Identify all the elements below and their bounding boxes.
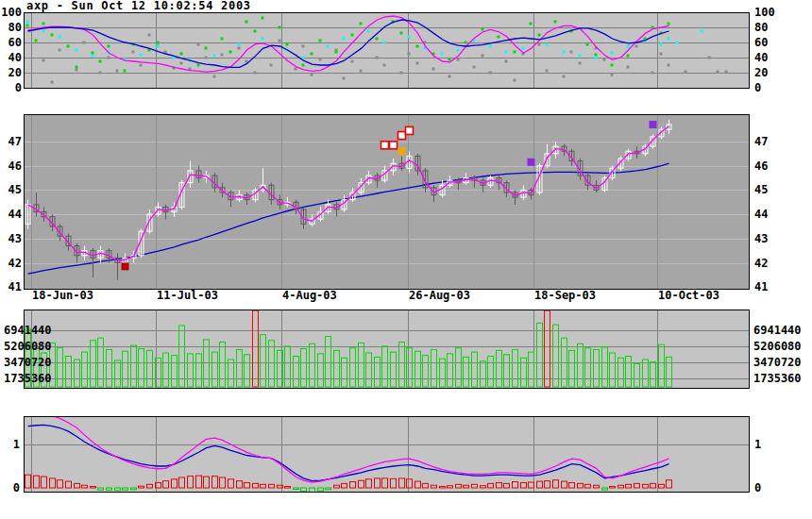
cyan-dot bbox=[92, 55, 94, 58]
hollow-signal-marker bbox=[381, 142, 389, 149]
green-dot bbox=[514, 51, 516, 54]
oscillator-plot-area bbox=[24, 12, 749, 88]
volume-ytick-right: 1735360 bbox=[753, 372, 802, 385]
date-label: 11-Jul-03 bbox=[157, 289, 218, 302]
hollow-signal-marker bbox=[390, 142, 398, 149]
gray-dot bbox=[76, 69, 78, 72]
gray-dot bbox=[302, 45, 305, 48]
gray-dot bbox=[279, 40, 281, 42]
volume-ytick-left: 1735360 bbox=[4, 372, 52, 385]
green-dot bbox=[229, 51, 232, 54]
price-ytick-left: 42 bbox=[8, 257, 22, 270]
cyan-dot bbox=[26, 21, 29, 24]
cyan-dot bbox=[546, 43, 549, 46]
green-dot bbox=[482, 28, 484, 31]
price-ytick-left: 41 bbox=[8, 280, 22, 293]
green-dot bbox=[400, 32, 403, 35]
green-dot bbox=[611, 64, 614, 67]
green-dot bbox=[416, 45, 419, 48]
green-dot bbox=[586, 43, 589, 46]
price-ytick-right: 44 bbox=[754, 208, 768, 221]
volume-ytick-left: 3470720 bbox=[4, 356, 52, 369]
volume-ytick-right: 3470720 bbox=[753, 356, 802, 369]
oscillator-ytick-left: 20 bbox=[8, 66, 22, 79]
volume-ytick-left: 5206080 bbox=[4, 340, 52, 353]
green-dot bbox=[76, 66, 78, 69]
gray-dot bbox=[708, 57, 711, 59]
price-ytick-left: 46 bbox=[8, 159, 22, 173]
cyan-dot bbox=[327, 45, 330, 48]
cyan-dot bbox=[367, 30, 370, 33]
cyan-dot bbox=[238, 43, 241, 46]
green-dot bbox=[221, 38, 224, 41]
green-dot bbox=[448, 59, 451, 61]
volume-ytick-right: 5206080 bbox=[753, 340, 802, 353]
green-dot bbox=[108, 45, 110, 48]
green-dot bbox=[538, 34, 541, 37]
gray-dot bbox=[140, 64, 143, 67]
green-dot bbox=[351, 34, 354, 37]
gray-dot bbox=[473, 66, 476, 69]
gray-dot bbox=[343, 77, 346, 80]
date-label: 4-Aug-03 bbox=[282, 289, 337, 302]
gray-dot bbox=[180, 62, 183, 65]
green-dot bbox=[376, 38, 379, 41]
cyan-dot bbox=[408, 36, 411, 39]
gray-dot bbox=[538, 43, 541, 46]
green-dot bbox=[286, 43, 289, 46]
cyan-dot bbox=[441, 53, 444, 56]
green-dot bbox=[319, 40, 322, 42]
price-ytick-right: 47 bbox=[754, 135, 768, 148]
cyan-dot bbox=[213, 55, 216, 58]
price-ytick-left: 44 bbox=[8, 208, 22, 221]
green-dot bbox=[42, 23, 45, 25]
gray-dot bbox=[408, 53, 411, 56]
gray-dot bbox=[295, 68, 297, 71]
oscillator-ytick-right: 80 bbox=[754, 21, 768, 34]
indicator-ytick-right: 0 bbox=[754, 481, 761, 494]
gray-dot bbox=[116, 70, 119, 73]
green-dot bbox=[530, 23, 533, 25]
oscillator-ytick-right: 20 bbox=[754, 66, 768, 79]
price-ytick-right: 42 bbox=[754, 257, 768, 270]
gray-dot bbox=[83, 42, 86, 44]
gray-dot bbox=[563, 75, 566, 78]
oscillator-ytick-left: 40 bbox=[8, 51, 22, 64]
gray-dot bbox=[42, 59, 45, 62]
cyan-dot bbox=[140, 54, 143, 57]
green-dot bbox=[67, 45, 70, 48]
cyan-dot bbox=[701, 30, 703, 33]
oscillator-ytick-right: 0 bbox=[754, 81, 761, 94]
gray-dot bbox=[570, 51, 573, 54]
orange-signal-marker bbox=[398, 147, 406, 155]
gray-dot bbox=[213, 75, 216, 78]
cyan-dot bbox=[522, 47, 525, 50]
green-dot bbox=[302, 64, 305, 67]
gray-dot bbox=[383, 64, 386, 67]
cyan-dot bbox=[157, 45, 160, 48]
green-dot bbox=[668, 23, 670, 25]
panel-price: 414142424343444445454646474718-Jun-0311-… bbox=[8, 114, 769, 302]
indicator-ytick-left: 1 bbox=[13, 438, 20, 451]
gray-dot bbox=[108, 57, 110, 59]
gray-dot bbox=[457, 59, 460, 61]
cyan-dot bbox=[457, 49, 460, 52]
cyan-dot bbox=[42, 30, 45, 33]
buy-signal-marker bbox=[122, 262, 129, 270]
green-dot bbox=[262, 17, 264, 20]
green-dot bbox=[51, 34, 54, 37]
volume-ytick-left: 6941440 bbox=[4, 324, 52, 337]
green-dot bbox=[35, 40, 38, 42]
cyan-dot bbox=[343, 38, 346, 41]
panel-volume: 1735360173536034707203470720520608052060… bbox=[4, 310, 802, 389]
green-dot bbox=[595, 54, 598, 57]
oscillator-ytick-left: 80 bbox=[8, 21, 22, 34]
green-dot bbox=[245, 21, 248, 24]
gray-dot bbox=[99, 72, 102, 75]
price-ytick-left: 47 bbox=[8, 135, 22, 148]
cyan-dot bbox=[579, 55, 582, 58]
date-label: 18-Sep-03 bbox=[534, 289, 596, 302]
cyan-dot bbox=[595, 57, 598, 59]
gray-dot bbox=[717, 71, 719, 74]
green-dot bbox=[498, 36, 500, 39]
